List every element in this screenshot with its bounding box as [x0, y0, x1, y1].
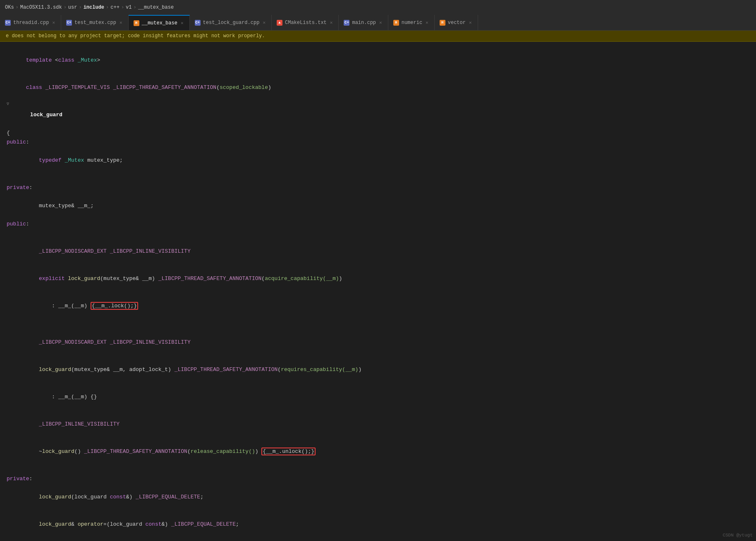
code-line-6: typedef _Mutex mutex_type;	[0, 147, 756, 174]
arg-scoped: scoped_lockable	[220, 84, 268, 91]
macro-inline1: _LIBCPP_INLINE_VISIBILITY	[110, 248, 191, 254]
kw-template: template	[26, 57, 52, 63]
breadcrumb: OKs › MacOSX11.3.sdk › usr › include › c…	[0, 0, 756, 15]
code-line-8: private:	[0, 183, 756, 192]
fn-lock-guard2: lock_guard	[39, 366, 71, 373]
tab-close-test-mutex[interactable]: ✕	[119, 19, 123, 26]
code-line-16: _LIBCPP_NODISCARD_EXT _LIBCPP_INLINE_VIS…	[0, 329, 756, 356]
tab-close-vector[interactable]: ✕	[468, 19, 473, 26]
code-line-23: lock_guard(lock_guard const&) _LIBCPP_EQ…	[0, 484, 756, 511]
fn-lock-guard-dtor: lock_guard	[42, 448, 74, 455]
code-line-25	[0, 538, 756, 539]
breadcrumb-oks[interactable]: OKs	[5, 5, 14, 10]
code-line-2: class _LIBCPP_TEMPLATE_VIS _LIBCPP_THREA…	[0, 74, 756, 101]
code-line-18: : __m_(__m) {}	[0, 383, 756, 411]
tab-test-lock-guard[interactable]: C+ test_lock_guard.cpp ✕	[190, 15, 272, 30]
code-line-3: ▽ lock_guard	[0, 101, 756, 129]
tab-label-threadid: threadid.cpp	[13, 20, 49, 26]
code-line-19: _LIBCPP_INLINE_VISIBILITY	[0, 411, 756, 438]
tab-label-main: main.cpp	[352, 20, 376, 26]
collapse-arrow[interactable]: ▽	[7, 101, 9, 106]
tab-label-numeric: numeric	[402, 20, 422, 26]
kw-public1: public	[7, 139, 26, 145]
kw-class: class	[58, 57, 74, 63]
code-line-15	[0, 320, 756, 329]
tab-icon-cmakelists: ▲	[277, 20, 282, 26]
tab-cmakelists[interactable]: ▲ CMakeLists.txt ✕	[272, 15, 339, 30]
macro-thread-safety2: _LIBCPP_THREAD_SAFETY_ANNOTATION	[158, 275, 262, 282]
tab-main[interactable]: C+ main.cpp ✕	[339, 15, 388, 30]
code-line-14: : __m_(__m) {__m_.lock();}	[0, 292, 756, 320]
macro-nodiscard2: _LIBCPP_NODISCARD_EXT	[39, 339, 107, 345]
fn-operator: operator	[78, 521, 103, 527]
highlight-unlock-call: {__m_.unlock();}	[261, 448, 316, 455]
code-line-13: explicit lock_guard(mutex_type& __m) _LI…	[0, 265, 756, 292]
macro-template-vis: _LIBCPP_TEMPLATE_VIS	[45, 84, 110, 91]
arg-acquire: acquire_capability(__m)	[265, 275, 339, 282]
tab-test-mutex[interactable]: C+ test_mutex.cpp ✕	[61, 15, 128, 30]
breadcrumb-include[interactable]: include	[84, 5, 104, 10]
breadcrumb-sdk[interactable]: MacOSX11.3.sdk	[20, 5, 62, 10]
highlight-lock-call: {__m_.lock();}	[91, 302, 138, 310]
arg-requires: requires_capability(__m)	[281, 366, 358, 373]
kw-private2: private	[7, 476, 29, 482]
watermark: CSDN @ytugt	[723, 533, 753, 538]
tab-close-test-lock-guard[interactable]: ✕	[262, 19, 266, 26]
kw-explicit: explicit	[39, 275, 65, 282]
type-mutex2: _Mutex	[65, 157, 84, 163]
macro-nodiscard1: _LIBCPP_NODISCARD_EXT	[39, 248, 107, 254]
macro-thread-safety3: _LIBCPP_THREAD_SAFETY_ANNOTATION	[175, 366, 278, 373]
code-line-21	[0, 465, 756, 474]
macro-thread-safety: _LIBCPP_THREAD_SAFETY_ANNOTATION	[113, 84, 216, 91]
kw-class2: class	[26, 84, 42, 91]
tab-vector[interactable]: H vector ✕	[435, 15, 478, 30]
breadcrumb-usr[interactable]: usr	[68, 5, 77, 10]
breadcrumb-v1[interactable]: v1	[126, 5, 132, 10]
macro-equal-delete1: _LIBCPP_EQUAL_DELETE	[136, 494, 200, 500]
kw-const1: const	[110, 494, 126, 500]
macro-thread-safety4: _LIBCPP_THREAD_SAFETY_ANNOTATION	[84, 448, 187, 455]
tab-icon-main: C+	[344, 20, 349, 26]
tab-numeric[interactable]: H numeric ✕	[388, 15, 435, 30]
tab-close-main[interactable]: ✕	[378, 19, 383, 26]
tab-close-numeric[interactable]: ✕	[425, 19, 429, 26]
warning-text: e does not belong to any project target;…	[6, 33, 265, 39]
tab-icon-vector: H	[440, 20, 445, 26]
code-line-7	[0, 174, 756, 183]
code-line-5: public:	[0, 138, 756, 147]
tab-close-mutex-base[interactable]: ✕	[180, 19, 184, 26]
macro-inline2: _LIBCPP_INLINE_VISIBILITY	[110, 339, 191, 345]
kw-private1: private	[7, 184, 29, 191]
tab-icon-test-lock-guard: C+	[195, 20, 201, 26]
code-line-1: template <class _Mutex>	[0, 47, 756, 74]
tab-icon-mutex-base: H	[134, 20, 139, 26]
code-line-10: public:	[0, 220, 756, 229]
fn-lg-copy: lock_guard	[39, 494, 71, 500]
tab-threadid[interactable]: C+ threadid.cpp ✕	[0, 15, 61, 30]
code-line-20: ~lock_guard() _LIBCPP_THREAD_SAFETY_ANNO…	[0, 438, 756, 465]
tab-icon-threadid: C+	[5, 20, 11, 26]
code-line-12: _LIBCPP_NODISCARD_EXT _LIBCPP_INLINE_VIS…	[0, 238, 756, 265]
fn-lg-ref: lock_guard	[39, 521, 71, 527]
arg-release: release_capability()	[191, 448, 255, 455]
kw-public2: public	[7, 221, 26, 227]
fn-lock-guard1: lock_guard	[68, 275, 100, 282]
tab-close-cmakelists[interactable]: ✕	[329, 19, 334, 26]
code-line-9: mutex_type& __m_;	[0, 192, 756, 220]
tab-mutex-base[interactable]: H __mutex_base ✕	[129, 15, 190, 30]
breadcrumb-mutexbase[interactable]: __mutex_base	[138, 5, 174, 10]
code-line-17: lock_guard(mutex_type& __m, adopt_lock_t…	[0, 356, 756, 383]
tab-label-test-mutex: test_mutex.cpp	[74, 20, 116, 26]
tab-label-test-lock-guard: test_lock_guard.cpp	[203, 20, 260, 26]
tab-bar: C+ threadid.cpp ✕ C+ test_mutex.cpp ✕ H …	[0, 15, 756, 31]
warning-bar: e does not belong to any project target;…	[0, 31, 756, 42]
tab-label-cmakelists: CMakeLists.txt	[285, 20, 327, 26]
tab-label-vector: vector	[448, 20, 466, 26]
macro-equal-delete2: _LIBCPP_EQUAL_DELETE	[171, 521, 236, 527]
macro-inline3: _LIBCPP_INLINE_VISIBILITY	[39, 421, 120, 427]
tab-icon-numeric: H	[393, 20, 399, 26]
code-area[interactable]: template <class _Mutex> class _LIBCPP_TE…	[0, 42, 756, 539]
breadcrumb-cpp[interactable]: c++	[110, 5, 120, 10]
tab-label-mutex-base: __mutex_base	[142, 20, 177, 26]
tab-close-threadid[interactable]: ✕	[51, 19, 56, 26]
